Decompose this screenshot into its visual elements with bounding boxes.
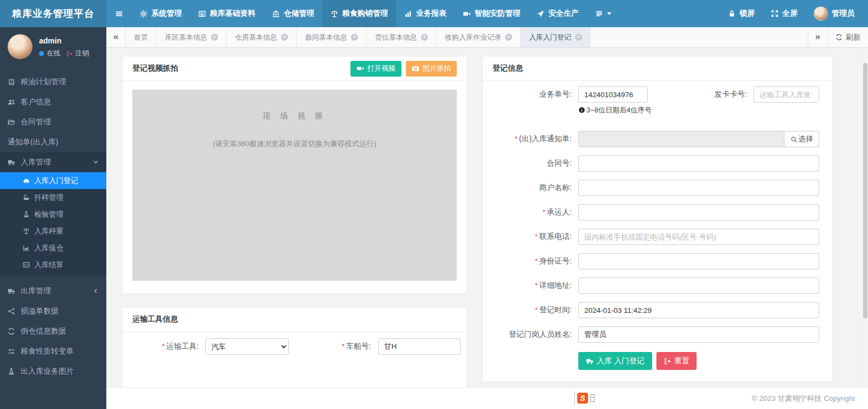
tab-inbound-gate-register[interactable]: 入库入门登记✕ (521, 27, 591, 47)
nav-more-dropdown[interactable] (587, 0, 620, 27)
refresh-icon (8, 328, 15, 335)
logout-icon (66, 51, 73, 57)
tab-home[interactable]: 首页 (126, 27, 157, 47)
sidebar-item-label: 粮油计划管理 (21, 77, 66, 87)
nav-item-grain-trade-mgmt[interactable]: 粮食购销管理 (322, 0, 396, 27)
sidebar-item-grain-oil-plan[interactable]: 粮油计划管理 (0, 72, 106, 92)
sidebar-item-inbound-gate-register[interactable]: 入库入门登记 (0, 172, 106, 189)
carrier-input[interactable] (578, 204, 819, 221)
tab-close-icon[interactable]: ✕ (211, 34, 218, 41)
nav-item-storage-mgmt[interactable]: 仓储管理 (264, 0, 322, 27)
register-info-panel: 登记信息 业务单号: 发卡卡号: 3~8位日期后4位序号 *(出)入库通知单: … (482, 56, 833, 382)
sidebar-item-inbound-weighing[interactable]: 入库秤重 (0, 223, 106, 240)
tab-slot-info[interactable]: 货位基本信息✕ (367, 27, 437, 47)
sidebar-item-business-images[interactable]: 出入库业务图片 (0, 361, 106, 381)
merchant-name-label: 商户名称: (490, 183, 572, 193)
sidebar-item-inspection-mgmt[interactable]: 检验管理 (0, 206, 106, 223)
tabs-scroll-right-button[interactable] (808, 27, 827, 47)
tab-close-icon[interactable]: ✕ (281, 34, 288, 41)
nav-item-label: 业务报表 (416, 9, 446, 18)
nav-item-security-mgmt[interactable]: 智能安防管理 (455, 0, 528, 27)
tab-depot-info[interactable]: 库区基本信息✕ (157, 27, 227, 47)
id-number-label: *身份证号: (490, 256, 572, 266)
nav-item-base-data[interactable]: 粮库基础资料 (190, 0, 264, 27)
user-menu-label: 管理员 (832, 9, 854, 18)
bank-icon (272, 10, 280, 18)
nav-item-safety[interactable]: 安全生产 (528, 0, 587, 27)
sidebar-item-grain-nature-change[interactable]: 粮食性质转变单 (0, 341, 106, 361)
order-no-input[interactable] (578, 86, 648, 103)
sidebar-item-outbound-mgmt[interactable]: 出库管理 (0, 281, 106, 301)
sidebar-item-inbound-warehousing[interactable]: 入库值仓 (0, 240, 106, 256)
sidebar-item-inbound-settlement[interactable]: 入库结算 (0, 256, 106, 273)
nav-item-reports[interactable]: 业务报表 (396, 0, 455, 27)
sogou-ime-icon[interactable]: S (577, 393, 588, 404)
sidebar-group-inbound: 入库管理 入库入门登记 扦样管理 检验管理 入库秤重 入库值仓 入库结算 (0, 152, 106, 276)
fullscreen-icon (771, 10, 778, 17)
id-number-input[interactable] (578, 253, 819, 269)
tab-close-icon[interactable]: ✕ (351, 34, 358, 41)
chevron-down-icon (93, 159, 99, 165)
nav-item-label: 粮库基础资料 (210, 9, 256, 18)
sidebar-item-bin-transfer-data[interactable]: 倒仓信息数据 (0, 321, 106, 341)
address-input[interactable] (578, 278, 819, 294)
sidebar-item-loss-overflow-data[interactable]: 损溢单数据 (0, 301, 106, 321)
tab-warehouse-info[interactable]: 仓房基本信息✕ (227, 27, 297, 47)
ime-drag-handle[interactable] (574, 392, 575, 405)
register-time-input[interactable] (578, 302, 819, 318)
sidebar-item-customer-info[interactable]: 客户信息 (0, 92, 106, 112)
user-menu[interactable]: 管理员 (806, 0, 863, 27)
scrollbar-thumb[interactable] (863, 63, 867, 318)
scrollbar-track[interactable] (863, 48, 868, 387)
phone-input[interactable] (578, 229, 819, 245)
scale-icon (330, 10, 339, 18)
sidebar-item-sampling-mgmt[interactable]: 扦样管理 (0, 189, 106, 206)
sidebar-item-label: 入库管理 (21, 158, 51, 167)
ime-mini-icons[interactable] (590, 394, 595, 402)
camera-icon (412, 65, 419, 72)
refresh-tab-button[interactable]: 刷新 (827, 27, 868, 47)
plate-number-input[interactable] (378, 338, 461, 355)
fullscreen-button[interactable]: 全屏 (763, 0, 806, 27)
logout-link[interactable]: 注销 (75, 49, 89, 58)
sidebar-item-inbound-mgmt[interactable]: 入库管理 (0, 152, 106, 172)
ime-toolbar[interactable]: S (574, 392, 595, 405)
photo-capture-button[interactable]: 照片抓拍 (406, 61, 457, 77)
contract-no-input[interactable] (578, 155, 819, 172)
share-icon (8, 307, 15, 315)
folder-open-icon (8, 118, 15, 126)
tab-close-icon[interactable]: ✕ (575, 34, 582, 41)
lock-screen-button[interactable]: 锁屏 (720, 0, 763, 27)
tab-close-icon[interactable]: ✕ (421, 34, 428, 41)
sidebar-item-label: 合同管理 (21, 117, 51, 127)
transport-info-panel: 运输工具信息 *运输工具: 汽车 *车船号: (122, 307, 467, 387)
sidebar-toggle-button[interactable] (106, 0, 131, 27)
flask-icon (23, 211, 30, 218)
lock-icon (728, 10, 736, 17)
sidebar-item-contract-mgmt[interactable]: 合同管理 (0, 112, 106, 132)
video-panel-title: 登记视频抓拍 (132, 64, 178, 73)
open-video-button[interactable]: 打开视频 (350, 61, 401, 77)
inbound-register-submit-button[interactable]: 入库 入门登记 (578, 352, 652, 370)
card-no-input[interactable] (754, 86, 819, 103)
vehicle-type-select[interactable]: 汽车 (205, 338, 288, 355)
tabs-scroll-left-button[interactable] (106, 27, 126, 47)
tab-label: 首页 (134, 33, 148, 42)
caret-down-icon (607, 12, 611, 15)
nav-item-system-mgmt[interactable]: 系统管理 (131, 0, 190, 27)
gate-keeper-input[interactable] (578, 326, 819, 343)
sidebar-item-label: 检验管理 (34, 210, 63, 219)
sidebar-item-notice-forms[interactable]: 通知单(出入库) (0, 132, 106, 152)
id-card-icon (23, 261, 30, 268)
merchant-name-input[interactable] (578, 180, 819, 196)
tab-close-icon[interactable]: ✕ (505, 34, 512, 41)
notice-select-button[interactable]: 选择 (784, 131, 819, 147)
app-logo: 粮库业务管理平台 (0, 0, 106, 27)
newspaper-icon (198, 10, 206, 18)
hamburger-icon (115, 10, 123, 18)
tab-granary-info[interactable]: 廒间基本信息✕ (297, 27, 367, 47)
area-chart-icon (23, 244, 30, 251)
top-navbar: 粮库业务管理平台 系统管理 粮库基础资料 仓储管理 粮食购销管理 业务报表 智能… (0, 0, 868, 27)
tab-purchase-inbound-records[interactable]: 收购入库作业记录✕ (437, 27, 521, 47)
reset-button[interactable]: 重置 (656, 352, 697, 370)
